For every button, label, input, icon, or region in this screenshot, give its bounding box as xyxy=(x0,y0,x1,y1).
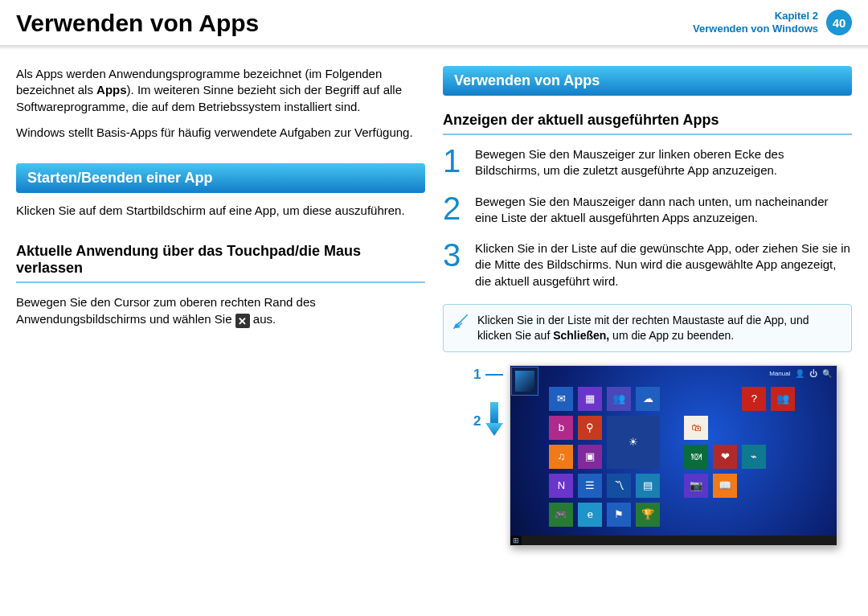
tile-contacts-icon: 👥 xyxy=(771,387,795,411)
tile-health-icon: ❤ xyxy=(713,445,737,469)
page-header: Verwenden von Apps Kapitel 2 Verwenden v… xyxy=(0,0,868,45)
step-1: 1 Bewegen Sie den Mauszeiger zur linken … xyxy=(443,146,852,179)
screenshot-wrap: 1 2 xyxy=(473,365,852,546)
page-number-badge: 40 xyxy=(826,10,852,35)
tile-games-icon: 🎮 xyxy=(549,503,573,527)
tile-finance-icon: 〽 xyxy=(607,474,631,498)
close-post: aus. xyxy=(250,312,276,326)
tile-store-icon: 🛍 xyxy=(684,416,708,440)
note-text: Klicken Sie in der Liste mit der rechten… xyxy=(477,313,841,343)
screenshot-labels: 1 2 xyxy=(473,365,503,546)
tile-help-icon: ? xyxy=(742,387,766,411)
tile-ie-icon: e xyxy=(578,503,602,527)
tile-calendar-icon: ▦ xyxy=(578,387,602,411)
intro-bold: Apps xyxy=(96,83,127,97)
step-text: Klicken Sie in der Liste auf die gewünsc… xyxy=(475,240,852,290)
tile-onenote-icon: N xyxy=(549,474,573,498)
tile-music-icon: ♫ xyxy=(549,445,573,469)
spacer xyxy=(742,416,795,440)
tile-grid: ✉ ▦ b ⚲ ♫ ▣ N ☰ xyxy=(549,387,795,527)
user-name: Manual xyxy=(769,370,790,377)
close-app-paragraph: Bewegen Sie den Cursor zum oberen rechte… xyxy=(16,294,425,328)
tile-reading-icon: 📖 xyxy=(713,474,737,498)
tile-video-icon: ▣ xyxy=(578,445,602,469)
page-title: Verwenden von Apps xyxy=(16,10,259,37)
banner-using-apps: Verwenden von Apps xyxy=(443,66,852,96)
step-2: 2 Bewegen Sie den Mauszeiger dann nach u… xyxy=(443,194,852,227)
tile-camera-icon: 📷 xyxy=(684,474,708,498)
start-button-icon: ⊞ xyxy=(510,536,522,545)
tile-bing-icon: b xyxy=(549,416,573,440)
intro-paragraph-1: Als Apps werden Anwendungsprogramme beze… xyxy=(16,66,425,115)
tile-skydrive-icon: ☁ xyxy=(636,387,660,411)
tile-sports-icon: ⚑ xyxy=(607,503,631,527)
start-screen-screenshot: Manual 👤 ⏻ 🔍 ✉ ▦ b ⚲ xyxy=(510,365,837,546)
tile-map-icon: ⚲ xyxy=(578,416,602,440)
chapter-line2: Verwenden von Windows xyxy=(693,23,818,35)
tile-food-icon: 🍽 xyxy=(684,445,708,469)
subhead-close-app: Aktuelle Anwendung über das Touchpad/die… xyxy=(16,243,425,283)
step-text: Bewegen Sie den Mauszeiger zur linken ob… xyxy=(475,146,852,179)
spacer xyxy=(684,387,737,411)
left-column: Als Apps werden Anwendungsprogramme beze… xyxy=(16,66,425,546)
label-1-row: 1 xyxy=(473,367,503,383)
step-number: 1 xyxy=(443,146,464,179)
tile-mail-icon: ✉ xyxy=(549,387,573,411)
tile-scan-icon: ⌁ xyxy=(742,445,766,469)
chapter-block: Kapitel 2 Verwenden von Windows 40 xyxy=(693,10,852,35)
search-icon: 🔍 xyxy=(822,369,832,378)
step-number: 3 xyxy=(443,240,464,290)
step-3: 3 Klicken Sie in der Liste auf die gewün… xyxy=(443,240,852,290)
tile-trophy-icon: 🏆 xyxy=(636,503,660,527)
tile-group-4: ? 👥 ⌁ xyxy=(742,387,795,527)
label-1-line xyxy=(485,374,503,376)
power-icon: ⏻ xyxy=(809,369,817,378)
svg-rect-0 xyxy=(490,402,498,423)
note-bold: Schließen, xyxy=(553,329,609,342)
down-arrow-icon xyxy=(485,402,503,441)
banner-start-stop: Starten/Beenden einer App xyxy=(16,163,425,193)
tile-weather-icon: ☀ xyxy=(607,416,660,469)
content-columns: Als Apps werden Anwendungsprogramme beze… xyxy=(0,45,868,562)
tile-news-icon: ▤ xyxy=(636,474,660,498)
note-post: um die App zu beenden. xyxy=(609,329,734,342)
user-icon: 👤 xyxy=(795,369,805,378)
app-thumbnail xyxy=(511,367,538,396)
chapter-line1: Kapitel 2 xyxy=(693,10,818,23)
label-2-row: 2 xyxy=(473,402,503,441)
subhead-running-apps: Anzeigen der aktuell ausgeführten Apps xyxy=(443,112,852,135)
right-column: Verwenden von Apps Anzeigen der aktuell … xyxy=(443,66,852,546)
start-app-paragraph: Klicken Sie auf dem Startbildschirm auf … xyxy=(16,203,425,219)
step-text: Bewegen Sie den Mauszeiger dann nach unt… xyxy=(475,194,852,227)
label-1: 1 xyxy=(473,367,481,383)
taskbar: ⊞ xyxy=(510,536,837,545)
label-2: 2 xyxy=(473,413,481,429)
tile-gap xyxy=(665,387,679,527)
tile-group-2: 👥 ☁ ☀ 〽 ▤ ⚑ 🏆 xyxy=(607,387,660,527)
svg-marker-1 xyxy=(485,423,503,436)
tile-group-3: 🛍 🍽 ❤ 📷 📖 xyxy=(684,387,737,527)
user-strip: Manual 👤 ⏻ 🔍 xyxy=(769,369,832,378)
note-box: Klicken Sie in der Liste mit der rechten… xyxy=(443,304,852,352)
tile-people-icon: 👥 xyxy=(607,387,631,411)
note-icon xyxy=(452,313,469,335)
close-icon: ✕ xyxy=(235,314,250,328)
tile-group-1: ✉ ▦ b ⚲ ♫ ▣ N ☰ xyxy=(549,387,602,527)
chapter-text: Kapitel 2 Verwenden von Windows xyxy=(693,10,818,35)
intro-paragraph-2: Windows stellt Basis-Apps für häufig ver… xyxy=(16,125,425,141)
step-number: 2 xyxy=(443,194,464,227)
tile-reader-icon: ☰ xyxy=(578,474,602,498)
